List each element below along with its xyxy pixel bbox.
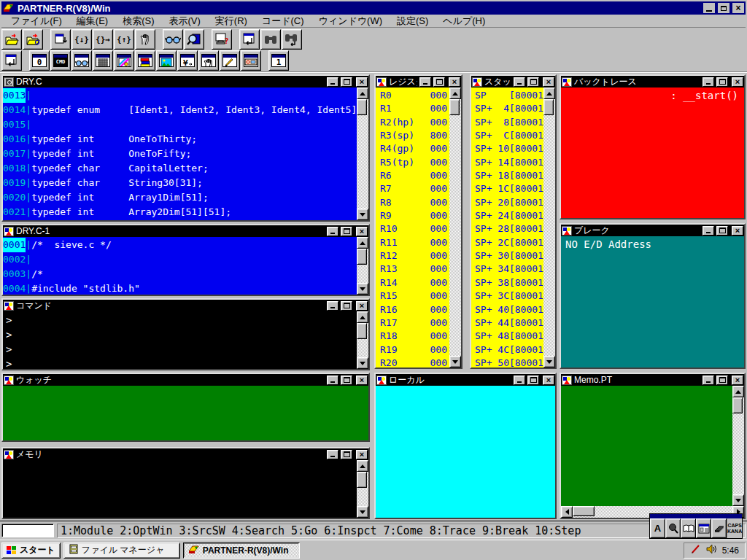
local-pane[interactable] xyxy=(376,386,555,518)
code-line[interactable]: 0020|typedef int Array1Dim[51]; xyxy=(3,190,357,205)
register-row[interactable]: R15000 xyxy=(380,289,447,303)
registers-minimize-button[interactable] xyxy=(419,77,431,87)
dry-c-1-source-view[interactable]: 0001|/* sieve.c */0002|0003|/*0004|#incl… xyxy=(3,237,357,295)
alt-screen-button[interactable]: 1 xyxy=(268,50,289,71)
stack-row[interactable]: SP+ 34[80001 xyxy=(475,262,543,276)
stack-row[interactable]: SP+ 40[80001 xyxy=(475,303,543,316)
open-module-button[interactable] xyxy=(23,29,43,50)
register-row[interactable]: R6000 xyxy=(380,169,447,182)
register-row[interactable]: R7000 xyxy=(380,182,447,195)
scroll-up-button[interactable] xyxy=(357,311,368,323)
clock[interactable]: 5:46 xyxy=(722,545,739,556)
scroll-thumb[interactable] xyxy=(357,472,367,488)
register-row[interactable]: R2(hp)000 xyxy=(380,116,447,129)
register-row[interactable]: R9000 xyxy=(380,209,447,222)
code-line[interactable]: 0013| xyxy=(3,88,357,103)
stack-minimize-button[interactable] xyxy=(514,77,525,87)
scroll-thumb[interactable] xyxy=(357,249,367,265)
watch-close-button[interactable]: × xyxy=(356,376,368,385)
scroll-down-button[interactable] xyxy=(357,357,368,369)
taskbar-task-1[interactable]: PARTNER-R(V8)/Win xyxy=(183,542,300,559)
dry-c-minimize-button[interactable] xyxy=(327,77,338,87)
ime-caps-kana-indicator[interactable]: CAPSKANA xyxy=(727,518,742,538)
code-line[interactable]: 0019|typedef char String30[31]; xyxy=(3,176,357,190)
memory-titlebar[interactable]: メモリ × xyxy=(3,448,368,460)
volume-icon[interactable] xyxy=(706,544,718,556)
stack-window-button[interactable] xyxy=(135,50,155,71)
search-next-button[interactable] xyxy=(282,29,302,50)
menu-item-8[interactable]: ヘルプ(H) xyxy=(436,14,492,28)
memory-window-button[interactable] xyxy=(93,50,113,71)
break-maximize-button[interactable] xyxy=(716,226,728,236)
register-row[interactable]: R4(gp)000 xyxy=(380,142,447,155)
scroll-track[interactable] xyxy=(357,323,368,357)
memo-pt-pane[interactable] xyxy=(561,386,732,506)
memory-pane[interactable] xyxy=(3,460,357,518)
stack-row[interactable]: SP+ 24[80001 xyxy=(475,209,543,222)
memo-pt-close-button[interactable]: × xyxy=(732,376,743,385)
dry-c-1-maximize-button[interactable] xyxy=(341,227,352,236)
stack-vscrollbar[interactable] xyxy=(543,88,555,368)
app-minimize-button[interactable] xyxy=(703,3,715,13)
stack-row[interactable]: SP+ 2C[80001 xyxy=(475,236,543,249)
memo-pt-vscrollbar[interactable] xyxy=(732,386,744,506)
code-line[interactable]: 0016|typedef int OneToThirty; xyxy=(3,132,357,147)
menu-item-6[interactable]: ウィンドウ(W) xyxy=(312,14,389,28)
watch-pane[interactable] xyxy=(3,386,368,440)
code-line[interactable]: 0002| xyxy=(3,252,357,267)
command-minimize-button[interactable] xyxy=(327,301,338,311)
backtrace-maximize-button[interactable] xyxy=(716,77,728,87)
scroll-down-button[interactable] xyxy=(357,209,368,220)
watch-minimize-button[interactable] xyxy=(327,376,338,385)
stack-pane[interactable]: SP [80001SP+ 4[80001SP+ 8[80001SP+ C[800… xyxy=(471,88,543,368)
register-row[interactable]: R10000 xyxy=(380,222,447,236)
scroll-down-button[interactable] xyxy=(732,494,744,506)
stack-row[interactable]: SP+ 38[80001 xyxy=(475,276,543,289)
register-row[interactable]: R14000 xyxy=(380,276,447,289)
register-row[interactable]: R8000 xyxy=(380,196,447,209)
search-button[interactable] xyxy=(260,29,281,50)
code-line[interactable]: 0017|typedef int OneToFifty; xyxy=(3,147,357,161)
register-row[interactable]: R5(tp)000 xyxy=(380,156,447,169)
scroll-up-button[interactable] xyxy=(543,88,555,99)
local-titlebar[interactable]: ローカル × xyxy=(376,374,555,386)
register-row[interactable]: R18000 xyxy=(380,330,447,343)
scroll-thumb[interactable] xyxy=(357,99,367,115)
stack-row[interactable]: SP+ 3C[80001 xyxy=(475,289,543,303)
help-inspect-button[interactable]: ? xyxy=(212,29,232,50)
register-row[interactable]: R13000 xyxy=(380,262,447,276)
stack-row[interactable]: SP+ 44[80001 xyxy=(475,316,543,330)
stack-row[interactable]: SP+ 28[80001 xyxy=(475,222,543,236)
dry-c-close-button[interactable]: × xyxy=(356,77,368,87)
register-row[interactable]: R16000 xyxy=(380,303,447,316)
local-window-button[interactable] xyxy=(198,50,219,71)
register-row[interactable]: R20000 xyxy=(380,357,447,368)
memory-minimize-button[interactable] xyxy=(327,450,338,459)
code-line[interactable]: 0021|typedef int Array2Dim[51][51]; xyxy=(3,205,357,219)
stack-row[interactable]: SP+ 50[80001 xyxy=(475,357,543,368)
scroll-up-button[interactable] xyxy=(732,386,744,397)
break-pane[interactable]: NO E/D Address xyxy=(561,236,744,368)
edit-window-button[interactable] xyxy=(220,50,240,71)
scroll-track[interactable] xyxy=(732,397,744,494)
scroll-track[interactable] xyxy=(449,99,461,356)
watch-window-button[interactable] xyxy=(71,50,92,71)
app-titlebar[interactable]: PARTNER-R(V8)/Win × xyxy=(1,1,746,15)
stack-row[interactable]: SP+ 20[80001 xyxy=(475,196,543,209)
ime-loupe-button[interactable] xyxy=(665,518,681,538)
local-maximize-button[interactable] xyxy=(527,376,539,385)
scroll-down-button[interactable] xyxy=(357,506,368,518)
break-close-button[interactable]: × xyxy=(732,226,743,236)
scroll-track[interactable] xyxy=(543,99,555,356)
registers-pane[interactable]: R0000R1000R2(hp)000R3(sp)800R4(gp)000R5(… xyxy=(376,88,449,368)
code-line[interactable]: 0003|/* xyxy=(3,267,357,281)
local-close-button[interactable]: × xyxy=(543,376,554,385)
scroll-up-button[interactable] xyxy=(357,460,368,472)
scroll-thumb[interactable] xyxy=(543,99,554,115)
code-line[interactable]: 0004|#include "stdlib.h" xyxy=(3,281,357,295)
register-row[interactable]: R12000 xyxy=(380,249,447,262)
stack-row[interactable]: SP+ C[80001 xyxy=(475,129,543,142)
stack-row[interactable]: SP+ 18[80001 xyxy=(475,169,543,182)
stack-row[interactable]: SP+ 30[80001 xyxy=(475,249,543,262)
dry-c-1-titlebar[interactable]: DRY.C-1 × xyxy=(3,225,368,237)
